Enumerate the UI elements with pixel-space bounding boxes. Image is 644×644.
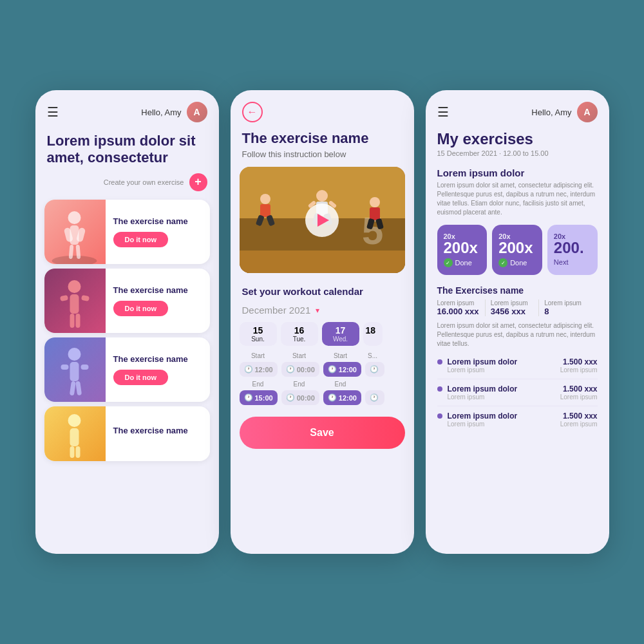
phone1-header: ☰ Hello, Amy A [35, 90, 219, 128]
time-chips-start: 🕐 12:00 🕐 00:00 🕐 12:00 🕐 [231, 359, 414, 379]
phone3-header: ☰ Hello, Amy A [426, 90, 609, 128]
svg-point-37 [370, 197, 380, 207]
list-item-1-name: Lorem ipsum dolor [448, 357, 518, 366]
hello-text: Hello, Amy [141, 108, 181, 117]
phone3-section-title: Lorem ipsum dolor [426, 164, 609, 181]
phone2-subtitle: Follow this instruction below [231, 149, 414, 167]
end-label-3: End [322, 381, 359, 388]
list-item-2-left: Lorem ipsum dolor Lorem ipsum [437, 384, 518, 401]
divider-1 [437, 379, 598, 379]
metric-2-done-text: Done [510, 259, 527, 267]
list-item-1-left: Lorem ipsum dolor Lorem ipsum [437, 357, 518, 374]
time-chip-2-1[interactable]: 🕐 15:00 [240, 390, 278, 405]
metric-1-done-text: Done [455, 259, 472, 267]
stat-val-1: 16.000 xxx [437, 307, 480, 316]
clock-icon-8: 🕐 [370, 393, 379, 402]
play-triangle-icon [317, 214, 329, 227]
phone3-hamburger-icon[interactable]: ☰ [437, 104, 449, 120]
card3-title: The exercise name [113, 354, 202, 365]
start-label-3: Start [322, 352, 359, 359]
back-button[interactable]: ← [242, 102, 263, 122]
svg-point-31 [316, 190, 328, 202]
phone3-title: My exercises [426, 128, 609, 149]
create-label: Create your own exercise [104, 178, 184, 186]
cal-day-18-num: 18 [366, 325, 380, 336]
list-item-1-sub: Lorem ipsum [448, 366, 518, 374]
list-item-3-val: 1.500 xxx [560, 412, 598, 421]
list-item-2-right: 1.500 xxx Lorem ipsum [560, 384, 598, 401]
do-it-button-1[interactable]: Do it now [113, 232, 169, 247]
time-chip-1-4[interactable]: 🕐 [365, 362, 384, 377]
svg-rect-10 [81, 295, 90, 301]
calendar-days-row: 15 Sun. 16 Tue. 17 Wed. 18 [240, 322, 405, 346]
stat-label-2: Lorem ipsum [491, 299, 533, 307]
plus-button[interactable]: + [189, 173, 207, 191]
list-item-1-right: 1.500 xxx Lorem ipsum [560, 357, 598, 374]
phone3-section-desc: Lorem ipsum dolor sit amet, consectetur … [426, 181, 609, 222]
time-chip-2-2[interactable]: 🕐 00:00 [281, 390, 319, 405]
list-item-3-sub: Lorem ipsum [448, 421, 518, 428]
card2-title: The exercise name [113, 285, 202, 296]
month-selector[interactable]: December 2021 ▾ [231, 302, 414, 322]
stat-val-2: 3456 xxx [491, 307, 533, 316]
metric-2-top: 20x [498, 232, 536, 240]
cal-day-18[interactable]: 18 [363, 322, 383, 346]
phone2-header: ← [231, 90, 414, 130]
time-val-1-3: 12:00 [339, 366, 357, 374]
do-it-button-2[interactable]: Do it now [113, 301, 169, 316]
clock-icon-6: 🕐 [286, 393, 295, 402]
list-item-3-sub2: Lorem ipsum [560, 421, 598, 428]
phone3-avatar: A [577, 102, 598, 122]
cal-day-16[interactable]: 16 Tue. [281, 322, 318, 346]
list-item-3-left: Lorem ipsum dolor Lorem ipsum [437, 412, 518, 428]
end-label-4 [363, 381, 383, 388]
play-button[interactable] [305, 204, 339, 237]
create-row: Create your own exercise + [35, 169, 219, 195]
metric-2-val: 200x [498, 240, 536, 256]
time-chip-1-1[interactable]: 🕐 12:00 [240, 362, 278, 377]
exercise-card-1: The exercise name Do it now [44, 200, 210, 264]
do-it-button-3[interactable]: Do it now [113, 370, 169, 385]
clock-icon-1: 🕐 [244, 365, 253, 374]
cal-day-15[interactable]: 15 Sun. [240, 322, 277, 346]
cal-day-16-name: Tue. [283, 336, 316, 343]
svg-rect-14 [70, 362, 79, 381]
svg-point-27 [260, 194, 270, 204]
time-chip-2-3[interactable]: 🕐 12:00 [323, 390, 361, 405]
time-chip-1-3[interactable]: 🕐 12:00 [323, 362, 361, 377]
list-item-1-sub2: Lorem ipsum [560, 366, 598, 374]
metric-1-top: 20x [444, 232, 481, 240]
time-chip-2-4[interactable]: 🕐 [365, 390, 384, 405]
list-item-1: Lorem ipsum dolor Lorem ipsum 1.500 xxx … [426, 354, 609, 377]
phone3-date: 15 December 2021 · 12.00 to 15.00 [426, 149, 609, 164]
clock-icon-2: 🕐 [286, 365, 295, 374]
dot-icon-2 [437, 386, 442, 392]
check-icon-1: ✓ [444, 258, 453, 267]
stat-col-3: Lorem ipsum 8 [544, 299, 592, 316]
card1-info: The exercise name Do it now [106, 209, 210, 255]
end-label-1: End [240, 381, 277, 388]
list-item-3-name: Lorem ipsum dolor [448, 412, 518, 421]
phone1-hello: Hello, Amy A [141, 102, 207, 122]
clock-icon-3: 🕐 [328, 365, 337, 374]
start-label-2: Start [281, 352, 318, 359]
stat-col-1: Lorem ipsum 16.000 xxx [437, 299, 486, 316]
cal-day-17[interactable]: 17 Wed. [322, 322, 359, 346]
stat-label-1: Lorem ipsum [437, 299, 480, 307]
list-item-3-text: Lorem ipsum dolor Lorem ipsum [448, 412, 518, 428]
video-thumbnail[interactable]: 5 [240, 167, 405, 273]
time-chip-1-2[interactable]: 🕐 00:00 [281, 362, 319, 377]
svg-rect-16 [81, 365, 89, 370]
svg-point-13 [68, 348, 81, 361]
divider-2 [437, 406, 598, 406]
metric-card-1: 20x 200x ✓ Done [437, 225, 488, 275]
card1-title: The exercise name [113, 216, 202, 227]
save-button[interactable]: Save [240, 417, 405, 449]
cal-day-15-num: 15 [242, 325, 274, 336]
svg-point-0 [52, 256, 97, 264]
time-chips-end: 🕐 15:00 🕐 00:00 🕐 12:00 🕐 [231, 388, 414, 408]
time-val-1-1: 12:00 [255, 366, 273, 374]
hamburger-icon[interactable]: ☰ [47, 104, 59, 120]
metric-3-val: 200. [554, 240, 591, 256]
exercise-card-4: The exercise name [44, 406, 210, 461]
